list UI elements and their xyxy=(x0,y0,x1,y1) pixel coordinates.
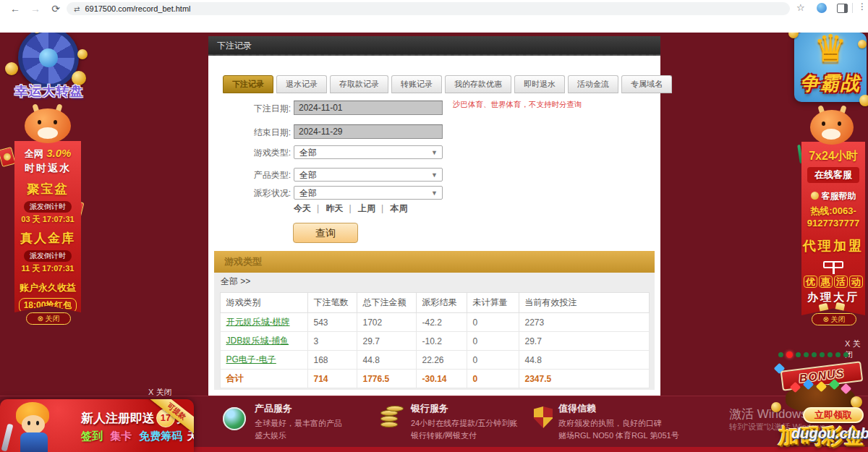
footer-title: 值得信赖 xyxy=(558,402,679,415)
payout-status-select[interactable]: 全部 ▼ xyxy=(294,186,443,200)
game-link[interactable]: JDB娱乐城-捕鱼 xyxy=(226,336,289,346)
game-type-select[interactable]: 全部 ▼ xyxy=(294,145,443,159)
browser-menu-icon[interactable]: ⋮ xyxy=(858,1,867,12)
lucky-wheel-label: 幸运大转盘 xyxy=(1,82,98,100)
shield-icon xyxy=(534,406,553,428)
results-section: 游戏类型 全部 >> 游戏类别 下注笔数 总下注金额 派彩结果 未计算量 当前有… xyxy=(214,251,655,390)
mascot-face xyxy=(22,415,45,434)
reload-icon[interactable]: ⟳ xyxy=(49,2,62,15)
lucky-wheel-widget[interactable]: 幸运大转盘 xyxy=(4,27,95,101)
left-promo-banner[interactable]: 全网 3.0% 时时返水 聚宝盆 派发倒计时 03 天 17:07:31 真人金… xyxy=(14,141,81,312)
side-panel-icon[interactable] xyxy=(837,4,848,13)
promo-char: 惠 xyxy=(819,276,833,288)
col-game-category: 游戏类别 xyxy=(220,293,307,313)
perk-free-chips: 免费筹码 xyxy=(139,430,182,442)
quick-link-this-week[interactable]: 本周 xyxy=(390,203,413,213)
signup-promo-banner[interactable]: 新人注册即送 17 元 签到 集卡 免费筹码 天天领 可提款 xyxy=(0,399,194,452)
col-valid-bet: 当前有效投注 xyxy=(519,293,649,313)
tab-deposit-withdraw-records[interactable]: 存取款记录 xyxy=(330,75,388,93)
table-row: PG电子-电子 168 44.8 22.26 0 44.8 xyxy=(220,351,649,370)
col-uncounted: 未计算量 xyxy=(467,293,519,313)
coin-icon xyxy=(77,49,88,59)
end-date-label: 结束日期: xyxy=(237,127,291,139)
tab-deposit-promos[interactable]: 我的存款优惠 xyxy=(445,75,511,93)
footer-line: 银行转账/网银支付 xyxy=(411,430,517,442)
back-icon[interactable]: ← xyxy=(9,2,22,15)
bonus-banner[interactable]: BONUS 立即领取 加码彩金 dugou.club xyxy=(775,359,868,452)
dot[interactable] xyxy=(812,352,817,357)
search-button[interactable]: 查询 xyxy=(293,223,358,243)
tab-exclusive-domain[interactable]: 专属域名 xyxy=(621,75,672,93)
footer-line: 政府颁发的执照，良好的口碑 xyxy=(558,417,679,430)
end-date-input[interactable] xyxy=(294,124,443,139)
game-link[interactable]: 开元娱乐城-棋牌 xyxy=(226,317,290,327)
right-promo-banner[interactable]: 7x24小时 在线客服 客服帮助 热线:0063- 9127737777 代理加… xyxy=(801,142,865,315)
tab-transfer-records[interactable]: 转账记录 xyxy=(391,75,442,93)
dot[interactable] xyxy=(835,352,841,357)
start-date-input[interactable] xyxy=(294,101,443,115)
perk-list: 签到 集卡 免费筹码 天天领 xyxy=(81,430,194,443)
quick-link-today[interactable]: 今天 xyxy=(294,203,319,213)
sports-note: 沙巴体育、世界体育，不支持时分查询 xyxy=(453,100,582,110)
dot[interactable] xyxy=(804,352,809,357)
quick-link-yesterday[interactable]: 昨天 xyxy=(326,203,351,213)
extension-globe-icon[interactable] xyxy=(817,3,827,13)
service-help-label: 客服帮助 xyxy=(822,191,856,201)
url-text: 6917500.com/record_bet.html xyxy=(85,4,190,13)
perk-cards: 集卡 xyxy=(110,430,132,442)
tab-instant-rebate[interactable]: 即时退水 xyxy=(514,75,565,93)
dot[interactable] xyxy=(796,352,801,357)
cell: 2347.5 xyxy=(519,370,649,388)
bottom-left-close-button[interactable]: X 关闭 xyxy=(148,387,171,398)
dot[interactable] xyxy=(820,352,825,357)
cell: -42.2 xyxy=(416,313,467,332)
globe-icon xyxy=(223,407,246,430)
cell: 714 xyxy=(307,370,357,388)
filter-all-link[interactable]: 全部 >> xyxy=(221,276,250,286)
right-banner-close-button[interactable]: ⊗ 关闭 xyxy=(812,313,856,325)
headset-icon xyxy=(811,192,819,200)
game-type-label: 游戏类型: xyxy=(237,147,291,159)
dot[interactable] xyxy=(778,352,783,357)
dot-active[interactable] xyxy=(786,351,793,358)
col-total-bet: 总下注金额 xyxy=(357,293,416,313)
game-link[interactable]: PG电子-电子 xyxy=(226,354,276,364)
cell: 2273 xyxy=(519,313,649,332)
left-banner-close-button[interactable]: ⊗ 关闭 xyxy=(26,312,71,325)
coin-icon xyxy=(5,62,18,75)
carousel-dots[interactable] xyxy=(778,351,848,358)
site-info-icon[interactable]: ⇄ xyxy=(74,5,80,13)
red-packet-time-label: 18:00抢红包 xyxy=(19,298,77,313)
promo-activity-label: 优惠活动 xyxy=(803,275,864,289)
cell: 1702 xyxy=(357,313,416,332)
quick-link-last-week[interactable]: 上周 xyxy=(358,203,383,213)
cell: -10.2 xyxy=(416,332,467,351)
cell: 1776.5 xyxy=(357,370,416,388)
dot[interactable] xyxy=(827,352,833,357)
bookmark-star-icon[interactable]: ☆ xyxy=(796,2,805,13)
tab-bet-records[interactable]: 下注记录 xyxy=(223,75,273,93)
tab-activity-flow[interactable]: 活动金流 xyxy=(568,75,618,93)
gift-icon xyxy=(823,261,843,268)
url-bar[interactable]: ⇄ 6917500.com/record_bet.html xyxy=(67,2,790,15)
footer-col-trust: 值得信赖 政府颁发的执照，良好的口碑 赌场RGL NO50 体育RGL 第051… xyxy=(558,402,679,442)
forward-icon[interactable]: → xyxy=(29,2,42,15)
coin-icon xyxy=(771,402,781,412)
footer-col-products: 产品服务 全球最好，最丰富的产品 盛大娱乐 xyxy=(255,402,342,442)
site-watermark: dugou.club xyxy=(791,425,868,442)
agent-join-label: 代理加盟 xyxy=(803,237,864,255)
service-hours-label: 7x24小时 xyxy=(809,149,858,164)
tab-rebate-records[interactable]: 退水记录 xyxy=(276,75,327,93)
coins-icon xyxy=(380,406,399,430)
dot[interactable] xyxy=(843,352,848,357)
dragon-mascot xyxy=(809,108,859,148)
product-type-value: 全部 xyxy=(299,170,317,180)
product-type-select[interactable]: 全部 ▼ xyxy=(294,168,443,182)
cell: 0 xyxy=(467,332,519,351)
hotline-number: 9127737777 xyxy=(807,218,859,229)
claim-button[interactable]: 立即领取 xyxy=(803,407,864,423)
coin-icon xyxy=(851,396,862,408)
promo-char: 动 xyxy=(849,276,863,288)
table-header-row: 游戏类别 下注笔数 总下注金额 派彩结果 未计算量 当前有效投注 xyxy=(220,293,649,313)
red-envelope-icon xyxy=(33,353,62,354)
